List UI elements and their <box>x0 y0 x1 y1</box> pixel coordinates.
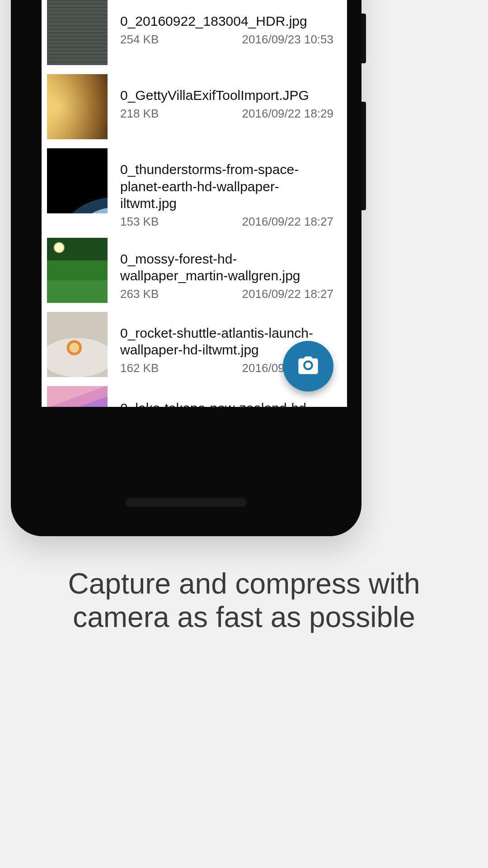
file-name: 0_GettyVillaExifToolImport.JPG <box>120 87 333 104</box>
list-item-meta: 0_GettyVillaExifToolImport.JPG 218 KB 20… <box>108 74 342 139</box>
phone-side-button <box>361 14 366 63</box>
file-date: 2016/09/23 10:53 <box>242 33 333 47</box>
list-item-meta: 0_thunderstorms-from-space-planet-earth-… <box>108 148 342 229</box>
list-item-meta: 0_20160922_183004_HDR.jpg 254 KB 2016/09… <box>108 0 342 65</box>
file-size: 153 KB <box>120 215 159 229</box>
thumbnail-image <box>47 238 108 303</box>
file-date: 2016/09/22 18:27 <box>242 287 333 301</box>
file-name: 0_thunderstorms-from-space-planet-earth-… <box>120 161 333 212</box>
file-size: 263 KB <box>120 287 159 301</box>
marketing-caption: Capture and compress with camera as fast… <box>0 567 488 634</box>
list-item[interactable]: 0_20160922_183004_HDR.jpg 254 KB 2016/09… <box>42 0 347 70</box>
file-name: 0_20160922_183004_HDR.jpg <box>120 13 333 30</box>
thumbnail-image <box>47 312 108 377</box>
thumbnail-image <box>47 148 108 213</box>
file-size: 254 KB <box>120 33 159 47</box>
phone-device-frame: ALBUM OPTIMIZED 0_20160922_183004_HDR.jp… <box>11 0 361 536</box>
thumbnail-image <box>47 386 108 407</box>
thumbnail-image <box>47 74 108 139</box>
file-date: 2016/09/22 18:27 <box>242 215 333 229</box>
file-size: 162 KB <box>120 361 159 375</box>
thumbnail-image <box>47 0 108 65</box>
list-item[interactable]: 0_thunderstorms-from-space-planet-earth-… <box>42 144 347 233</box>
list-item[interactable]: 0_mossy-forest-hd-wallpaper_martin-wallg… <box>42 233 347 307</box>
file-date: 2016/09/22 18:29 <box>242 107 333 121</box>
camera-fab-button[interactable] <box>283 341 333 392</box>
list-item[interactable]: 0_GettyVillaExifToolImport.JPG 218 KB 20… <box>42 70 347 144</box>
file-name: 0_lake-tekapo-new-zealand-hd- <box>120 400 333 407</box>
file-name: 0_mossy-forest-hd-wallpaper_martin-wallg… <box>120 250 333 284</box>
phone-speaker-grille <box>125 497 247 507</box>
phone-side-button <box>361 102 366 210</box>
file-size: 218 KB <box>120 107 159 121</box>
camera-icon <box>296 354 320 379</box>
list-item-meta: 0_mossy-forest-hd-wallpaper_martin-wallg… <box>108 238 342 303</box>
phone-screen: ALBUM OPTIMIZED 0_20160922_183004_HDR.jp… <box>42 0 347 407</box>
